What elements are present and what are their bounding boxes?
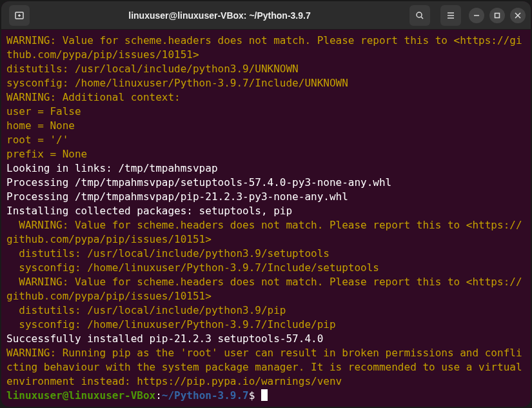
output-line: Processing /tmp/tmpahmsvpap/setuptools-5…	[6, 176, 391, 189]
output-line: sysconfig: /home/linuxuser/Python-3.9.7/…	[6, 77, 348, 89]
cursor	[261, 389, 268, 401]
terminal-output[interactable]: WARNING: Value for scheme.headers does n…	[1, 30, 531, 407]
prompt-dollar: $	[249, 389, 261, 402]
maximize-button[interactable]	[489, 8, 505, 23]
search-icon	[415, 10, 425, 21]
menu-button[interactable]	[440, 5, 461, 26]
close-icon	[515, 12, 521, 19]
prompt-user-host: linuxuser@linuxuser-VBox	[6, 389, 155, 402]
output-line: distutils: /usr/local/include/python3.9/…	[6, 63, 299, 75]
output-line: sysconfig: /home/linuxuser/Python-3.9.7/…	[6, 318, 336, 331]
prompt-path: ~/Python-3.9.7	[162, 389, 249, 402]
minimize-button[interactable]	[469, 8, 484, 23]
terminal-window: linuxuser@linuxuser-VBox: ~/Python-3.9.7…	[1, 1, 531, 407]
output-line: sysconfig: /home/linuxuser/Python-3.9.7/…	[6, 261, 379, 274]
output-line: Looking in links: /tmp/tmpahmsvpap	[6, 162, 218, 174]
output-line: root = '/'	[6, 134, 68, 146]
minimize-icon	[473, 12, 480, 19]
output-line: WARNING: Additional context:	[6, 91, 181, 103]
output-line: distutils: /usr/local/include/python3.9/…	[6, 304, 286, 316]
output-line: WARNING: Value for scheme.headers does n…	[6, 276, 522, 302]
search-button[interactable]	[409, 5, 430, 26]
output-line: distutils: /usr/local/include/python3.9/…	[6, 247, 330, 260]
prompt-colon: :	[155, 389, 162, 402]
titlebar: linuxuser@linuxuser-VBox: ~/Python-3.9.7	[1, 1, 531, 30]
output-line: WARNING: Running pip as the 'root' user …	[6, 347, 528, 387]
output-line: user = False	[6, 105, 81, 117]
output-line: Processing /tmp/tmpahmsvpap/pip-21.2.3-p…	[6, 190, 348, 203]
output-line: Installing collected packages: setuptool…	[6, 205, 292, 217]
window-title: linuxuser@linuxuser-VBox: ~/Python-3.9.7	[32, 10, 407, 21]
output-line: WARNING: Value for scheme.headers does n…	[6, 34, 522, 61]
new-tab-icon	[14, 10, 25, 21]
hamburger-icon	[446, 10, 456, 21]
output-line: home = None	[6, 119, 75, 132]
output-line: WARNING: Value for scheme.headers does n…	[6, 219, 522, 245]
svg-rect-2	[495, 13, 500, 17]
output-line: prefix = None	[6, 148, 87, 160]
new-tab-button[interactable]	[9, 5, 30, 26]
close-button[interactable]	[510, 8, 526, 23]
maximize-icon	[494, 12, 500, 19]
output-line: Successfully installed pip-21.2.3 setupt…	[6, 332, 323, 345]
svg-point-1	[417, 12, 422, 17]
